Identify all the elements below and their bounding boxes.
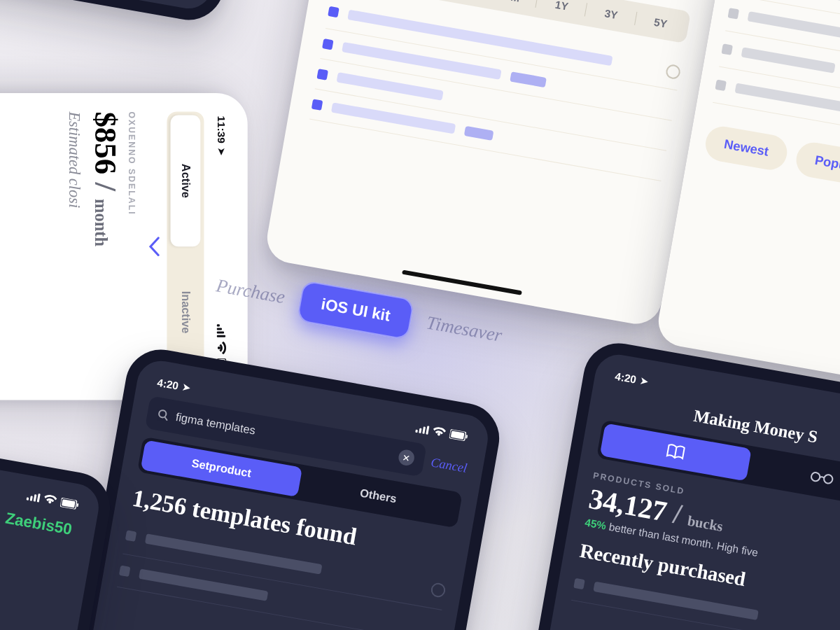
range-opt-5y[interactable]: 5Y (634, 6, 687, 41)
state-segmented[interactable]: Active Inactive (167, 111, 204, 382)
radio-icon[interactable] (430, 582, 447, 598)
svg-rect-13 (77, 503, 79, 506)
chevron-down-icon[interactable] (148, 111, 160, 382)
range-opt-1m[interactable]: 1M (436, 0, 490, 6)
tag-timesaver: Timesaver (415, 305, 513, 354)
signal-icon (415, 424, 429, 434)
home-indicator[interactable] (402, 270, 522, 295)
location-icon: ➤ (182, 382, 192, 393)
card-revenue: 4:20 ➤ Making Money S PRODUCTS SOLD 34,1… (521, 337, 840, 630)
bullet-icon (322, 38, 334, 50)
clear-icon[interactable]: ✕ (398, 449, 416, 467)
pill-newest[interactable]: Newest (703, 124, 790, 173)
estimated-text: Estimated closi (65, 111, 84, 382)
svg-rect-4 (451, 430, 465, 439)
bullet-icon (119, 566, 131, 578)
tag-ios-ui-kit[interactable]: iOS UI kit (297, 280, 415, 340)
seg-active[interactable]: Active (171, 115, 201, 246)
svg-point-9 (811, 472, 820, 482)
svg-point-6 (158, 410, 167, 418)
svg-point-10 (823, 474, 833, 484)
range-opt-3m[interactable]: 3M (485, 0, 539, 14)
seg-glasses-icon[interactable] (746, 449, 840, 507)
cancel-button[interactable]: Cancel (430, 454, 468, 475)
card-top-filter: ar Top rated Pokupay! (0, 0, 246, 25)
status-time: 4:20 (614, 370, 637, 385)
pill-popular[interactable]: Popular (794, 140, 840, 189)
bullet-icon (125, 530, 137, 542)
svg-rect-12 (62, 499, 76, 507)
bullet-icon (721, 43, 733, 55)
metric-label: OXUENNO SDELALI (127, 111, 136, 382)
search-icon (157, 408, 170, 421)
bullet-icon (328, 6, 340, 18)
svg-rect-5 (465, 435, 468, 438)
card-range-picker: Pick a range 1D 1W 1M 3M 1Y 3Y 5Y (263, 0, 727, 328)
card-search-results: 4:20 ➤ figma templates ✕ Cancel Setprodu… (75, 344, 505, 630)
bullet-icon (573, 578, 585, 590)
svg-line-7 (164, 417, 168, 421)
range-opt-1y[interactable]: 1Y (535, 0, 589, 23)
battery-icon (449, 429, 468, 442)
svg-line-8 (675, 447, 677, 458)
status-time: 11:39 (216, 116, 227, 144)
search-text: figma templates (175, 411, 257, 438)
bullet-icon (316, 69, 328, 80)
radio-icon[interactable] (665, 64, 682, 80)
location-icon: ➤ (216, 148, 227, 155)
bullet-icon (715, 80, 727, 92)
metric-value: $856 / month (88, 111, 124, 382)
card-estimate: 11:39 ➤ Active Inactive OXUENNO SDELALI … (0, 93, 248, 400)
signal-icon (217, 324, 225, 337)
status-time: 4:20 (156, 376, 179, 391)
battery-icon (60, 497, 80, 510)
wifi-icon (216, 342, 226, 354)
wifi-icon (43, 494, 58, 506)
range-opt-3y[interactable]: 3Y (584, 0, 638, 31)
bullet-icon (312, 99, 323, 111)
bullet-icon (727, 8, 739, 20)
location-icon: ➤ (640, 375, 650, 387)
wifi-icon (432, 426, 447, 438)
signal-icon (27, 491, 41, 502)
